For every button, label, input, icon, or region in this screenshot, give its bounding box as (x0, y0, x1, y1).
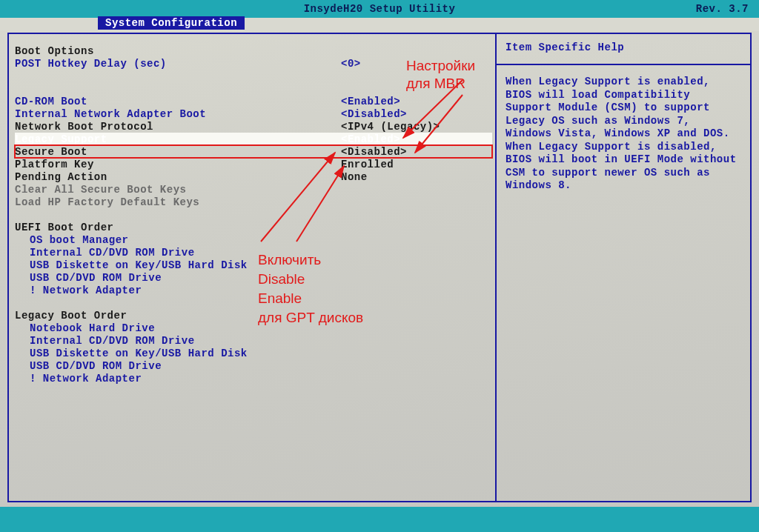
item-cdrom-boot[interactable]: CD-ROM Boot (15, 96, 341, 107)
item-post-hotkey[interactable]: POST Hotkey Delay (sec) (15, 58, 341, 70)
title-bar: InsydeH20 Setup Utility Rev. 3.7 (0, 0, 759, 18)
item-load-hp-default-keys[interactable]: Load HP Factory Default Keys (15, 196, 341, 208)
legacy-order-item[interactable]: USB Diskette on Key/USB Hard Disk (30, 348, 248, 359)
section-boot-options: Boot Options (15, 45, 341, 57)
item-secure-boot[interactable]: Secure Boot (15, 146, 341, 158)
uefi-order-item[interactable]: Internal CD/DVD ROM Drive (30, 247, 195, 259)
help-title: Item Specific Help (506, 41, 743, 53)
item-pending-action: Pending Action (15, 171, 341, 183)
item-platform-key: Platform Key (15, 159, 341, 170)
section-uefi-boot-order: UEFI Boot Order (15, 222, 341, 233)
bios-screen: InsydeH20 Setup Utility Rev. 3.7 System … (0, 0, 759, 532)
help-divider (497, 64, 752, 65)
revision-label: Rev. 3.7 (696, 3, 749, 15)
settings-pane: Boot Options POST Hotkey Delay (sec) <0>… (9, 34, 497, 501)
uefi-order-item[interactable]: USB Diskette on Key/USB Hard Disk (30, 259, 248, 271)
legacy-order-item[interactable]: ! Network Adapter (30, 373, 142, 385)
item-network-boot-protocol[interactable]: Network Boot Protocol (15, 121, 341, 133)
uefi-order-item[interactable]: ! Network Adapter (30, 285, 142, 296)
section-legacy-boot-order: Legacy Boot Order (15, 310, 341, 322)
legacy-order-item[interactable]: USB CD/DVD ROM Drive (30, 360, 162, 372)
value-internal-net-adapter[interactable]: <Disabled> (341, 108, 407, 120)
item-clear-secure-boot-keys[interactable]: Clear All Secure Boot Keys (15, 184, 341, 196)
item-legacy-support[interactable]: Legacy Support (15, 133, 341, 145)
value-network-boot-protocol[interactable]: <IPv4 (Legacy)> (341, 121, 440, 133)
value-cdrom-boot[interactable]: <Enabled> (341, 96, 400, 107)
app-title: InsydeH20 Setup Utility (304, 3, 456, 15)
help-pane: Item Specific Help When Legacy Support i… (497, 34, 750, 501)
uefi-order-item[interactable]: USB CD/DVD ROM Drive (30, 272, 162, 284)
uefi-order-item[interactable]: OS boot Manager (30, 234, 129, 246)
footer-bar: F1 Help ↑↓ Select Item F5/F6 Change Valu… (0, 507, 759, 532)
main-frame: Boot Options POST Hotkey Delay (sec) <0>… (7, 33, 752, 502)
legacy-order-item[interactable]: Notebook Hard Drive (30, 322, 155, 334)
value-legacy-support[interactable]: <Enabled> (341, 133, 400, 145)
value-platform-key: Enrolled (341, 159, 394, 170)
legacy-order-item[interactable]: Internal CD/DVD ROM Drive (30, 335, 195, 347)
value-secure-boot[interactable]: <Disabled> (341, 146, 407, 158)
menu-tab-row: System Configuration (0, 18, 759, 31)
item-internal-net-adapter[interactable]: Internal Network Adapter Boot (15, 108, 341, 120)
help-body: When Legacy Support is enabled, BIOS wil… (506, 76, 743, 193)
tab-system-configuration[interactable]: System Configuration (98, 16, 245, 30)
value-pending-action: None (341, 171, 368, 183)
value-post-hotkey[interactable]: <0> (341, 58, 361, 70)
